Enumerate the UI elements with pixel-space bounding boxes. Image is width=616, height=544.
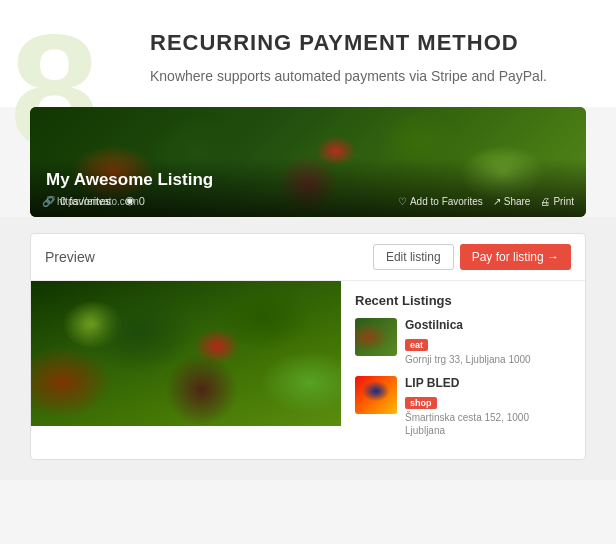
listing-actions: ♡ Add to Favorites ↗ Share 🖨 Print <box>398 196 574 207</box>
list-item: LIP BLED shop Šmartinska cesta 152, 1000… <box>355 376 571 437</box>
top-section: 8 RECURRING PAYMENT METHOD Knowhere supp… <box>0 0 616 107</box>
top-content: RECURRING PAYMENT METHOD Knowhere suppor… <box>30 30 586 87</box>
preview-body: Recent Listings Gostilnica eat Gornji tr… <box>31 281 585 459</box>
print-button[interactable]: 🖨 Print <box>540 196 574 207</box>
listing-badge-1: eat <box>405 339 428 351</box>
recent-listings-title: Recent Listings <box>355 293 571 308</box>
print-label: Print <box>553 196 574 207</box>
listing-info-1: Gostilnica eat Gornji trg 33, Ljubljana … <box>405 318 571 366</box>
preview-listing-image <box>31 281 341 426</box>
print-icon: 🖨 <box>540 196 550 207</box>
listing-address-2: Šmartinska cesta 152, 1000 Ljubljana <box>405 411 571 437</box>
edit-listing-button[interactable]: Edit listing <box>373 244 454 270</box>
views-count: 0 <box>139 195 145 207</box>
share-icon: ↗ <box>493 196 501 207</box>
listing-thumbnail-2 <box>355 376 397 414</box>
listing-banner-title: My Awesome Listing <box>46 170 570 190</box>
preview-card: Preview Edit listing Pay for listing → R… <box>30 233 586 460</box>
listing-url: 🔗 https://envato.com <box>42 196 139 207</box>
pay-for-listing-button[interactable]: Pay for listing → <box>460 244 571 270</box>
url-text: https://envato.com <box>57 196 139 207</box>
add-to-favorites-button[interactable]: ♡ Add to Favorites <box>398 196 483 207</box>
share-label: Share <box>504 196 531 207</box>
preview-sidebar: Recent Listings Gostilnica eat Gornji tr… <box>341 281 585 459</box>
listing-name-1: Gostilnica <box>405 318 571 332</box>
list-item: Gostilnica eat Gornji trg 33, Ljubljana … <box>355 318 571 366</box>
listing-overlay: My Awesome Listing ♡ 0 favorites ◉ 0 <box>30 158 586 217</box>
page-title: RECURRING PAYMENT METHOD <box>150 30 586 56</box>
share-button[interactable]: ↗ Share <box>493 196 531 207</box>
add-favorites-label: Add to Favorites <box>410 196 483 207</box>
listing-info-2: LIP BLED shop Šmartinska cesta 152, 1000… <box>405 376 571 437</box>
main-content: Preview Edit listing Pay for listing → R… <box>0 217 616 480</box>
preview-header: Preview Edit listing Pay for listing → <box>31 234 585 281</box>
listing-name-2: LIP BLED <box>405 376 571 390</box>
listing-thumbnail-1 <box>355 318 397 356</box>
preview-label: Preview <box>45 249 95 265</box>
link-icon: 🔗 <box>42 196 54 207</box>
page-subtitle: Knowhere supports automated payments via… <box>150 66 586 87</box>
heart-outline-icon: ♡ <box>398 196 407 207</box>
listing-badge-2: shop <box>405 397 437 409</box>
listing-address-1: Gornji trg 33, Ljubljana 1000 <box>405 353 571 366</box>
preview-actions: Edit listing Pay for listing → <box>373 244 571 270</box>
listing-banner: My Awesome Listing ♡ 0 favorites ◉ 0 🔗 h… <box>30 107 586 217</box>
